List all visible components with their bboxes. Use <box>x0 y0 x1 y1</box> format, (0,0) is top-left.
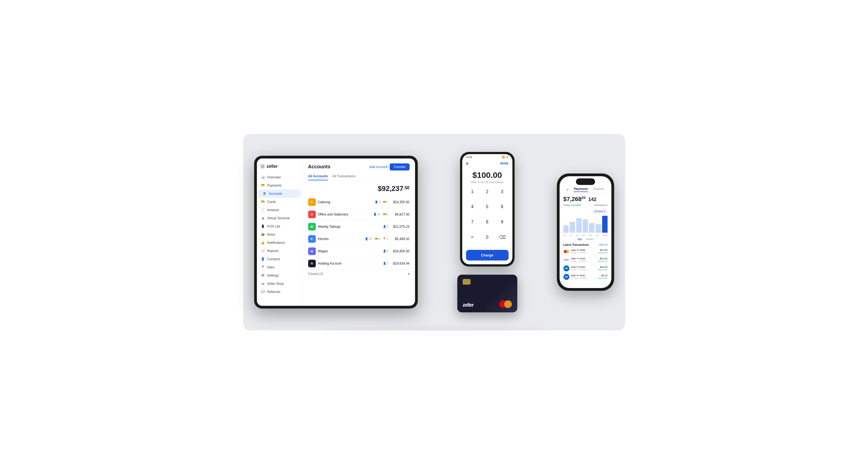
dropdown-chevron-icon: ▾ <box>604 210 606 213</box>
tab-finance[interactable]: Finance <box>593 187 604 192</box>
account-icon-holding: H <box>308 260 316 267</box>
transfer-button[interactable]: Transfer <box>390 163 409 171</box>
sidebar-item-items[interactable]: 📦 Items › <box>257 230 303 239</box>
label-sat: Sat <box>576 234 579 236</box>
member-count: 👤 9 <box>375 200 380 204</box>
sidebar-item-payments[interactable]: 💳 Payments › <box>257 181 303 190</box>
mc-icon <box>563 248 569 254</box>
key-1[interactable]: 1 <box>465 187 480 197</box>
bar-today <box>602 216 608 233</box>
sidebar-item-reports[interactable]: 📈 Reports › <box>257 247 303 255</box>
zeller-shop-icon: 🛍 <box>261 281 265 286</box>
key-5[interactable]: 5 <box>480 202 495 212</box>
ios-hamburger-icon[interactable]: ≡ <box>567 188 568 191</box>
key-0[interactable]: 0 <box>480 233 495 242</box>
ios-amount-cents: 20 <box>582 195 586 200</box>
sidebar-label-settings: Settings <box>267 274 279 277</box>
today-percent: ▲20.82% <box>570 204 581 207</box>
key-clear[interactable]: × <box>465 233 480 242</box>
sidebar-item-notifications[interactable]: 🔔 Notifications <box>257 239 303 247</box>
all-sites-button[interactable]: All Sites ▾ <box>592 209 608 214</box>
ios-today-info: Today ▲20.82% <box>563 204 581 207</box>
account-meta: 👤 12 💳 8 <box>373 213 388 216</box>
sidebar-item-virtual-terminal[interactable]: 🖥 Virtual Terminal <box>257 214 303 222</box>
visa-icon: VISA <box>563 257 569 263</box>
sidebar-item-cards[interactable]: 💳 Cards <box>257 198 303 206</box>
key-9[interactable]: 9 <box>495 217 510 227</box>
latest-transactions-header: Latest Transactions View All <box>560 242 611 247</box>
table-row[interactable]: W Weekly Takings 👤 5 $21,075.24 <box>308 221 410 233</box>
account-amount: $4,827.50 <box>391 213 410 216</box>
txn-name: Sale ••• 4642 <box>571 274 597 277</box>
table-row[interactable]: O Office and Stationery 👤 12 💳 8 $4,827.… <box>308 208 410 221</box>
account-name: Office and Stationery <box>318 213 371 216</box>
key-6[interactable]: 6 <box>495 202 510 212</box>
list-item[interactable]: VISA Sale ••• 5443 Today, 10:22am $53.00… <box>560 256 611 264</box>
list-item[interactable]: Sale ••• 1886 Today, 10:34am $47.80 Appr… <box>560 247 611 256</box>
sidebar-item-invoices[interactable]: 📄 Invoices <box>257 206 303 214</box>
ios-amount-row: $7,26820 142 <box>560 193 611 203</box>
sidebar-item-pos-lite[interactable]: 📱 POS Lite <box>257 222 303 230</box>
table-row[interactable]: W Wages 👤 2 $16,855.50 <box>308 245 410 257</box>
table-row[interactable]: H Holding Account 👤 1 $19,634.44 <box>308 257 410 270</box>
tab-payments[interactable]: Payments <box>574 187 588 192</box>
sidebar-item-overview[interactable]: 📊 Overview <box>257 173 303 181</box>
sidebar: zeller 📊 Overview 💳 Payments › 🏦 Account… <box>257 158 303 306</box>
sidebar-label-invoices: Invoices <box>267 208 279 212</box>
txn-details: Sale ••• 4642 27 Sep, 10:09am <box>571 274 597 279</box>
bar-thu <box>563 225 569 233</box>
notifications-icon: 🔔 <box>261 241 265 245</box>
sidebar-item-settings[interactable]: ⚙️ Settings › <box>257 271 303 280</box>
tab-all-accounts[interactable]: All Accounts <box>308 174 328 180</box>
list-item[interactable]: AM Sale ••• 4642 27 Sep, 10:09am $9.20 A… <box>560 273 611 281</box>
key-7[interactable]: 7 <box>465 217 480 227</box>
day-tab[interactable]: Day <box>578 238 582 241</box>
menu-icon[interactable]: ≡ <box>466 161 468 166</box>
charge-button[interactable]: Charge <box>466 250 508 260</box>
sidebar-item-contacts[interactable]: 👤 Contacts <box>257 255 303 263</box>
label-tue: Tue <box>596 234 599 236</box>
sidebar-item-referrals[interactable]: 💬 Referrals <box>257 288 303 296</box>
sidebar-label-contacts: Contacts <box>267 257 280 261</box>
key-4[interactable]: 4 <box>465 202 480 212</box>
txn-right: $53.00 Approved <box>598 257 607 262</box>
mode-label: MODE <box>500 162 508 165</box>
hamburger-icon[interactable] <box>261 165 265 168</box>
key-8[interactable]: 8 <box>480 217 495 227</box>
sidebar-item-sites[interactable]: 📍 Sites <box>257 263 303 271</box>
member-count: 👤 2 <box>383 250 388 253</box>
key-2[interactable]: 2 <box>480 187 495 197</box>
account-amount: $19,634.44 <box>391 261 410 266</box>
battery-icon: 🔋 <box>505 156 508 158</box>
table-row[interactable]: K Kitchen 👤 12 💳 3 📍 1 $5,489.32 <box>308 233 410 245</box>
account-amount: $16,855.50 <box>391 249 410 253</box>
referrals-icon: 💬 <box>261 290 265 294</box>
member-count: 👤 5 <box>383 225 388 228</box>
txn-right: $9.20 Approved <box>598 274 607 279</box>
txn-amount: $47.80 <box>598 249 607 251</box>
label-fri: Fri <box>570 234 572 236</box>
card-count: 💳 3 <box>375 237 380 240</box>
charge-subtitle: $101.40 incl. $1.40 surcharge <box>462 181 513 184</box>
page-title: Accounts <box>308 164 331 170</box>
closed-accounts-row[interactable]: Closed (2) ▾ <box>308 270 410 278</box>
list-item[interactable]: AM Sale ••• 3544 Today, 10:12am $60.00 A… <box>560 264 611 273</box>
items-icon: 📦 <box>261 233 265 237</box>
month-tab[interactable]: Month <box>586 238 593 241</box>
card-count: 💳 7 <box>383 200 388 204</box>
bar-chart <box>560 215 611 234</box>
view-all-link[interactable]: View All <box>599 243 607 246</box>
sidebar-item-accounts[interactable]: 🏦 Accounts <box>258 190 301 198</box>
sidebar-item-zeller-shop[interactable]: 🛍 Zeller Shop <box>257 280 303 288</box>
account-icon-office: O <box>308 211 316 218</box>
add-account-button[interactable]: Add Account <box>369 165 388 169</box>
table-row[interactable]: C Catering 👤 9 💳 7 $24,355.50 <box>308 196 410 208</box>
txn-details: Sale ••• 1886 Today, 10:34am <box>571 249 597 254</box>
key-backspace[interactable]: ⌫ <box>495 233 510 242</box>
items-chevron-icon: › <box>298 233 299 236</box>
tab-all-transactions[interactable]: All Transactions <box>332 174 355 180</box>
key-3[interactable]: 3 <box>495 187 510 197</box>
numpad: 1 2 3 4 5 6 7 8 9 × 0 ⌫ <box>462 187 513 248</box>
tablet-device: zeller 📊 Overview 💳 Payments › 🏦 Account… <box>254 156 418 309</box>
card-brand-logo: zeller <box>463 302 474 308</box>
